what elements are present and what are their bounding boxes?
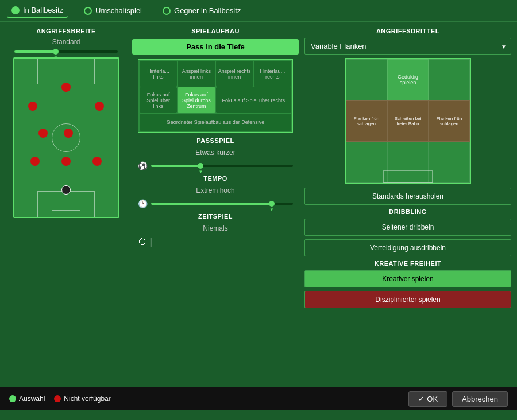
legend-auswahl: Auswahl (9, 395, 45, 403)
zeitspiel-icon: ⏱ | (138, 237, 152, 247)
zone-mid-left[interactable]: Flanken früh schlagen (346, 100, 387, 142)
pitch-zone-grid: Geduldig spielen Flanken früh schlagen S… (346, 59, 470, 183)
pitch-goal-box (383, 170, 433, 182)
disziplinierter-button[interactable]: Disziplinierter spielen (304, 291, 511, 308)
tempo-value: Extrem hoch (196, 186, 234, 195)
slider-fill (14, 50, 56, 53)
player-dot-5 (64, 129, 73, 138)
angriffsdrittel-title: ANGRIFFSDRITTEL (304, 28, 511, 34)
pass-in-die-tiefe-button[interactable]: Pass in die Tiefe (132, 39, 299, 55)
legend-nicht-dot (54, 395, 61, 402)
passspiel-track: ▼ (151, 165, 293, 167)
tempo-thumb (269, 201, 275, 207)
spielaufbau-title: SPIELAUFBAU (191, 28, 240, 34)
tactic-anspiel-links[interactable]: Anspiel links innen (178, 61, 215, 87)
tab3-icon (163, 7, 171, 15)
player-dot-8 (61, 157, 71, 166)
zone-bot-right (429, 142, 470, 183)
angriffsbreite-value: Standard (52, 38, 80, 46)
seltener-button[interactable]: Seltener dribbeln (304, 219, 511, 236)
tempo-title: TEMPO (203, 175, 227, 182)
tactic-fokus-rechts[interactable]: Fokus auf Spiel über rechts (216, 87, 292, 113)
tab2-label: Umschaltspiel (95, 6, 142, 15)
angriffsbreite-slider[interactable]: ▼ (14, 50, 118, 53)
zone-mid-center[interactable]: Schießen bei freier Bahn (387, 100, 429, 142)
angriffsdrittel-pitch: Geduldig spielen Flanken früh schlagen S… (345, 58, 471, 184)
verteidigung-button[interactable]: Verteidigung ausdribbeln (304, 239, 511, 256)
main-content: ANGRIFFSBREITE Standard ▼ (0, 22, 517, 387)
tab-gegner-ballbesitz[interactable]: Gegner in Ballbesitz (158, 4, 245, 17)
standards-button[interactable]: Standards herausholen (304, 188, 511, 205)
dribbling-title: DRIBBLING (304, 208, 511, 215)
pitch-center-circle (52, 123, 80, 152)
tactic-anspiel-rechts[interactable]: Anspiel rechts innen (216, 61, 253, 87)
zone-bot-left (346, 142, 387, 183)
variable-flanken-dropdown[interactable]: Variable Flanken Flanken früh schlagen S… (304, 38, 511, 55)
player-dot-4 (38, 129, 48, 138)
footer-legend: Auswahl Nicht verfügbar (9, 395, 111, 403)
legend-auswahl-dot (9, 395, 16, 402)
top-tabs-bar: In Ballbesitz Umschaltspiel Gegner in Ba… (0, 0, 517, 22)
zeitspiel-value: Niemals (203, 224, 227, 232)
footer-buttons: ✓ OK Abbrechen (408, 391, 508, 407)
ok-button[interactable]: ✓ OK (408, 391, 447, 407)
tactic-fokus-links[interactable]: Fokus auf Spiel über links (140, 87, 177, 113)
zone-top-right[interactable] (429, 59, 470, 100)
legend-nicht-verfugbar: Nicht verfügbar (54, 395, 110, 403)
legend-nicht-label: Nicht verfügbar (64, 395, 110, 403)
tab3-label: Gegner in Ballbesitz (174, 6, 241, 15)
ok-label: OK (427, 395, 438, 403)
angriffsbreite-title: ANGRIFFSBREITE (36, 28, 96, 34)
tab2-icon (84, 7, 92, 15)
dropdown-select[interactable]: Variable Flanken Flanken früh schlagen S… (304, 38, 511, 55)
tactic-hinterlauf-rechts[interactable]: Hinterlau... rechts (254, 61, 291, 87)
passspiel-thumb (198, 163, 203, 169)
tactic-hinterlauf-links[interactable]: Hinterla... links (140, 61, 177, 87)
left-panel: ANGRIFFSBREITE Standard ▼ (6, 28, 126, 382)
tactic-geordneter[interactable]: Geordneter Spielaufbau aus der Defensive (140, 114, 291, 131)
tempo-icon: 🕐 (138, 199, 148, 208)
player-dot-7 (92, 157, 102, 166)
center-panel: SPIELAUFBAU Pass in die Tiefe Hinterla..… (132, 28, 299, 382)
ok-checkmark-icon: ✓ (418, 395, 425, 403)
zeitspiel-title: ZEITSPIEL (198, 213, 233, 220)
pitch-box-bottom (37, 191, 95, 217)
player-dot-1 (61, 83, 71, 92)
passspiel-arrow: ▼ (198, 169, 203, 174)
passspiel-slider-row[interactable]: ⚽ ▼ (138, 161, 293, 170)
tab-umschaltspiel[interactable]: Umschaltspiel (79, 4, 146, 17)
tab-in-ballbesitz[interactable]: In Ballbesitz (7, 3, 68, 18)
tactic-grid: Hinterla... links Anspiel links innen An… (138, 59, 293, 133)
passspiel-icon: ⚽ (138, 161, 148, 170)
player-dot-2 (28, 102, 37, 111)
zeitspiel-slider-row[interactable]: ⏱ | (138, 237, 293, 247)
tab1-icon (11, 6, 20, 14)
tempo-track: ▼ (151, 203, 293, 205)
tempo-fill (151, 203, 272, 205)
tab1-label: In Ballbesitz (23, 6, 63, 14)
player-dot-gk (61, 185, 71, 195)
right-panel: ANGRIFFSDRITTEL Variable Flanken Flanken… (304, 28, 511, 382)
kreative-title: KREATIVE FREIHEIT (304, 260, 511, 267)
legend-auswahl-label: Auswahl (19, 395, 45, 403)
zone-top-left[interactable] (346, 59, 387, 100)
formation-pitch (13, 57, 119, 218)
tempo-arrow: ▼ (269, 207, 274, 212)
slider-track: ▼ (14, 50, 118, 53)
slider-thumb (53, 49, 59, 55)
zone-mid-right[interactable]: Flanken früh schlagen (429, 100, 470, 142)
cancel-button[interactable]: Abbrechen (452, 391, 508, 407)
pitch-goal-line (383, 182, 433, 183)
passspiel-title: PASSSPIEL (196, 137, 234, 144)
kreativer-button[interactable]: Kreativer spielen (304, 270, 511, 287)
passspiel-value: Etwas kürzer (195, 149, 235, 157)
pitch-box-top (37, 59, 95, 84)
footer: Auswahl Nicht verfügbar ✓ OK Abbrechen (0, 387, 517, 410)
zone-top-center[interactable]: Geduldig spielen (387, 59, 429, 100)
passspiel-fill (151, 165, 200, 167)
tactic-fokus-zentrum[interactable]: Fokus auf Spiel durchs Zentrum (178, 87, 215, 113)
tempo-slider-row[interactable]: 🕐 ▼ (138, 199, 293, 208)
player-dot-6 (30, 157, 40, 166)
player-dot-3 (95, 102, 104, 111)
